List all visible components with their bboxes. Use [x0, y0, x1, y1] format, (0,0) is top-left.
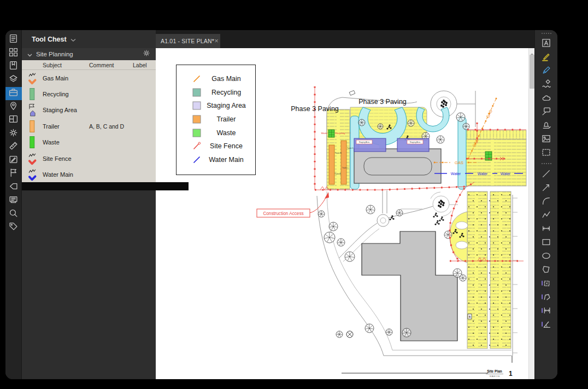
sidebar-item-places[interactable]: [5, 102, 22, 112]
svg-text:Staging Area: Staging Area: [410, 141, 421, 143]
legend-row-staging-area: Staging Area: [177, 99, 255, 113]
scrollbar-thumb[interactable]: [530, 55, 534, 89]
sidebar-item-thumbnails[interactable]: [5, 49, 22, 58]
tool-rectangle-button[interactable]: [540, 239, 553, 248]
tool-highlighter-button[interactable]: [540, 53, 553, 62]
legend-swatch: [189, 141, 205, 151]
tool-row-trailer[interactable]: TrailerA, B, C and D: [22, 118, 156, 134]
sidebar-item-markup-editor[interactable]: [5, 156, 22, 165]
sidebar-item-split-view[interactable]: [5, 115, 22, 125]
sidebar-item-search[interactable]: [5, 210, 22, 219]
tool-polyline-button[interactable]: [540, 211, 553, 220]
chevron-down-icon[interactable]: [70, 34, 76, 44]
tool-row-gas-main[interactable]: Gas Main: [22, 70, 156, 86]
tool-measure-perimeter-button[interactable]: [540, 293, 553, 303]
sidebar-item-settings[interactable]: [5, 129, 22, 138]
tool-measure-spacing-button[interactable]: [540, 307, 553, 316]
sidebar-item-bookmarks[interactable]: [5, 62, 22, 71]
measure-icon: [9, 141, 18, 153]
stamp-icon: [542, 120, 551, 132]
legend-label: Water Main: [205, 156, 248, 164]
column-comment: Comment: [89, 62, 133, 68]
tool-ellipse-button[interactable]: [540, 252, 553, 262]
utility-icon: [22, 71, 43, 85]
polyline-icon: [542, 210, 551, 222]
svg-text:GAS: GAS: [455, 160, 463, 165]
tool-subject: Recycling: [43, 91, 89, 97]
tool-dimension-button[interactable]: [540, 225, 553, 234]
document-scrollbar[interactable]: [528, 48, 534, 379]
tool-measure-area-button[interactable]: [540, 280, 553, 289]
gear-icon[interactable]: [143, 49, 150, 59]
sidebar-item-tool-chest[interactable]: [5, 87, 22, 100]
sidebar-item-flag[interactable]: [5, 169, 22, 178]
svg-text:Water: Water: [478, 172, 488, 176]
legend-swatch: [189, 128, 205, 138]
legend-label: Staging Area: [205, 102, 248, 109]
toolbar-handle[interactable]: [542, 33, 551, 34]
left-icon-rail: [5, 30, 22, 379]
tool-row-waste[interactable]: Waste: [22, 135, 156, 150]
chevron-down-icon[interactable]: [27, 49, 32, 59]
tool-image-button[interactable]: [540, 135, 553, 144]
sidebar-item-layers[interactable]: [5, 76, 22, 85]
legend-label: Trailer: [205, 115, 248, 123]
tool-line-button[interactable]: [540, 170, 553, 179]
legend-box[interactable]: Gas MainRecyclingStaging AreaTrailerWast…: [176, 65, 256, 175]
column-label: Label: [133, 62, 155, 68]
svg-text:Water: Water: [451, 172, 461, 176]
measure-area-icon: [542, 278, 551, 290]
dimension-icon: [542, 224, 551, 235]
tool-pen-button[interactable]: [540, 67, 553, 76]
right-toolbar: [534, 30, 557, 379]
rectangle-icon: [542, 237, 551, 249]
tool-eraser-squiggle-button[interactable]: [540, 80, 553, 90]
phase3-label-left[interactable]: Phase 3 Paving: [291, 105, 339, 113]
tool-stamp-button[interactable]: [540, 121, 553, 131]
sidebar-item-measure[interactable]: [5, 142, 22, 152]
title-block: Site Plan SCALE 1:50 1: [342, 356, 513, 378]
tool-row-staging-area[interactable]: Staging Area: [22, 102, 156, 118]
legend-row-gas-main: Gas Main: [177, 72, 255, 86]
line-icon: [542, 169, 551, 181]
legend-swatch: [189, 88, 205, 97]
sidebar-item-film[interactable]: [5, 196, 22, 205]
legend-label: Site Fence: [205, 142, 248, 150]
sidebar-item-pages[interactable]: [5, 35, 22, 44]
tool-comment: A, B, C and D: [89, 123, 133, 130]
tool-cloud-button[interactable]: [540, 94, 553, 103]
arrow-icon: [542, 183, 551, 194]
utility-icon: [22, 152, 43, 166]
section-label: Site Planning: [36, 51, 139, 57]
tool-snapshot-button[interactable]: [540, 149, 553, 158]
tool-measure-angle-button[interactable]: [540, 321, 553, 330]
legend-row-trailer: Trailer: [177, 113, 255, 126]
sidebar-item-tag-back[interactable]: [5, 183, 22, 192]
document-area: Staging Area Staging Area Trailer D Trai…: [156, 48, 534, 379]
close-icon[interactable]: ×: [214, 38, 219, 44]
tool-row-site-fence[interactable]: Site Fence: [22, 150, 156, 166]
app-window: Tool Chest Site Planning Subject Comment…: [5, 30, 557, 379]
svg-text:Water: Water: [501, 172, 511, 176]
tool-chest-panel: Tool Chest Site Planning Subject Comment…: [22, 30, 156, 379]
tool-row-water-main[interactable]: Water Main: [22, 166, 156, 182]
water-main-markup[interactable]: Water Water Water: [434, 172, 523, 176]
markup-editor-icon: [9, 155, 18, 166]
tool-arrow-button[interactable]: [540, 184, 553, 193]
sidebar-item-tag[interactable]: [5, 223, 22, 232]
phase3-label-right[interactable]: Phase 3 Paving: [358, 98, 407, 106]
tool-polygon-button[interactable]: [540, 266, 553, 275]
tab-site-plan[interactable]: A1.01 - SITE PLAN* ×: [156, 34, 220, 48]
tool-text-box-button[interactable]: [540, 39, 553, 49]
utility-icon: [22, 167, 43, 182]
snapshot-icon: [542, 148, 551, 159]
tool-row-recycling[interactable]: Recycling: [22, 86, 156, 102]
highlighter-icon: [542, 52, 551, 63]
svg-text:Trailer C: Trailer C: [342, 167, 349, 169]
tool-arc-button[interactable]: [540, 198, 553, 207]
settings-icon: [9, 128, 18, 140]
tab-label: A1.01 - SITE PLAN*: [161, 38, 214, 44]
tool-callout-button[interactable]: [540, 108, 553, 117]
legend-swatch: [189, 155, 205, 165]
section-site-planning[interactable]: Site Planning: [22, 48, 156, 60]
